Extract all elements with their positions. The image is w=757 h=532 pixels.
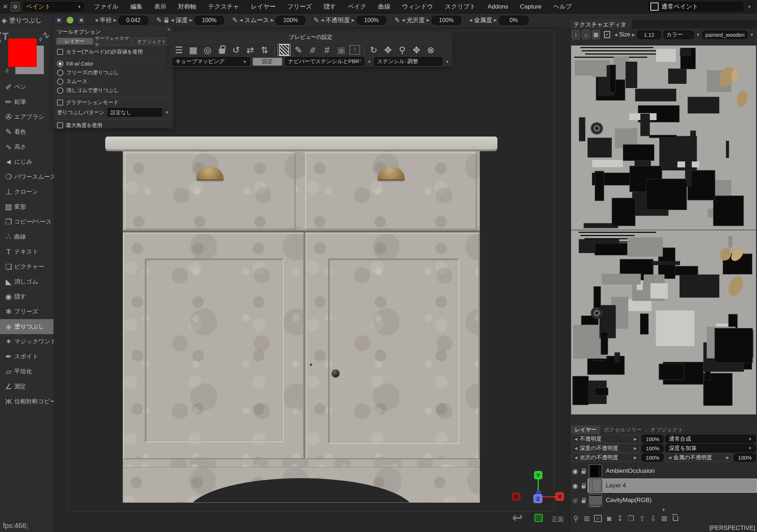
- texture-checkbox[interactable]: ✓: [604, 31, 610, 38]
- menu-item-表示[interactable]: 表示: [154, 2, 167, 11]
- eye-icon[interactable]: ◎: [201, 44, 214, 56]
- tool-item-ペン[interactable]: ✐ペン: [0, 80, 53, 94]
- checkbox-icon[interactable]: [57, 122, 63, 128]
- lock-icon[interactable]: [582, 500, 585, 503]
- tool-item-クローン[interactable]: ⊥クローン: [0, 184, 53, 199]
- texture-select[interactable]: painted_wooden: [702, 30, 748, 39]
- blend-mode-select[interactable]: 通常合成▼: [665, 435, 756, 443]
- undo-arrow-icon[interactable]: ↩: [512, 510, 523, 525]
- home-icon[interactable]: ⌂: [582, 30, 590, 39]
- layer-body[interactable]: Layer 4: [588, 479, 757, 492]
- metal-opacity-stepper[interactable]: ◀金属の不透明度▶: [665, 453, 732, 462]
- menu-item-隠す[interactable]: 隠す: [324, 2, 336, 11]
- left-arrow-icon[interactable]: ◀: [95, 18, 98, 22]
- chevron-down-icon[interactable]: ▼: [165, 110, 169, 114]
- menu-item-Addons[interactable]: Addons: [488, 3, 508, 10]
- sliders-icon[interactable]: ☰: [173, 44, 185, 56]
- clear-layer-icon[interactable]: ⊠: [660, 515, 668, 522]
- tool-item-ピクチャー[interactable]: ❏ピクチャー: [0, 259, 53, 274]
- tool-item-にじみ[interactable]: ◄にじみ: [0, 154, 53, 169]
- pen-pressure-icon[interactable]: ✎: [313, 16, 319, 24]
- model-cabinet[interactable]: [105, 137, 497, 510]
- radio-icon[interactable]: [57, 61, 63, 67]
- tool-item-平坦化[interactable]: ▱平坦化: [0, 364, 53, 379]
- tab-ボクセルツリー[interactable]: ボクセルツリー: [604, 426, 642, 433]
- tool-item-変形[interactable]: ▧変形: [0, 199, 53, 214]
- swap-arrows-icon[interactable]: ⇄: [244, 44, 256, 56]
- save-icon[interactable]: ▣: [335, 44, 347, 56]
- radio-option-フリーズの塗りつぶし[interactable]: フリーズの塗りつぶし: [53, 68, 173, 77]
- add-folder-icon[interactable]: +: [594, 515, 602, 522]
- up-down-arrows-icon[interactable]: ⇅: [259, 44, 271, 56]
- close-icon[interactable]: ✕: [167, 27, 170, 32]
- menu-item-レイヤー[interactable]: レイヤー: [251, 2, 276, 11]
- texture-editor-tab[interactable]: テクスチャエディタ: [570, 20, 631, 29]
- layer-body[interactable]: AmbientOcclusion: [588, 464, 757, 478]
- warped-grid-icon[interactable]: #: [306, 44, 320, 56]
- swap-colors-icon[interactable]: ⇅: [4, 67, 10, 74]
- grid-icon[interactable]: ▦: [187, 44, 199, 56]
- depth-opacity-value[interactable]: 100%: [641, 444, 664, 452]
- duplicate-icon[interactable]: ❐: [627, 515, 635, 522]
- gloss-opacity-stepper[interactable]: ◀光沢の不透明度▶: [571, 453, 640, 462]
- import-icon[interactable]: ↧: [616, 515, 624, 522]
- gloss-opacity-value[interactable]: 100%: [641, 453, 664, 462]
- right-arrow-icon[interactable]: ▶: [426, 18, 429, 22]
- normal-paint-checkbox[interactable]: [650, 2, 659, 11]
- stencil-adjust-select[interactable]: ステンシル: 調整: [374, 57, 443, 66]
- active-color-indicator[interactable]: [67, 17, 73, 24]
- right-arrow-icon[interactable]: ▶: [632, 32, 635, 37]
- tool-item-パワースムース[interactable]: ❍パワースムース: [0, 169, 53, 184]
- right-arrow-icon[interactable]: ▶: [114, 18, 117, 22]
- layer-row-CavityMap(RGB)[interactable]: ◉CavityMap(RGB): [571, 493, 757, 507]
- tab-サーフェイスマテ[interactable]: サーフェイスマテ: [94, 38, 132, 45]
- param-value[interactable]: 100%: [357, 16, 387, 25]
- radio-option-Fill w/ Color[interactable]: Fill w/ Color: [53, 60, 173, 68]
- primary-color-swatch[interactable]: [8, 39, 37, 67]
- cancel-secondary-button[interactable]: ✕: [77, 16, 86, 25]
- mapping-select[interactable]: キューブマッピング ▼: [172, 57, 250, 66]
- tool-item-マジックワンド[interactable]: ✶マジックワンド: [0, 334, 53, 349]
- gradient-mode-option[interactable]: グラデーションモード: [53, 98, 173, 107]
- move-down-icon[interactable]: ⇩: [649, 515, 657, 522]
- tool-item-スポイト[interactable]: ✒スポイト: [0, 349, 53, 364]
- chevron-down-icon[interactable]: ▼: [747, 5, 751, 9]
- left-arrow-icon[interactable]: ◀: [469, 18, 472, 22]
- edit-pen-icon[interactable]: ✎: [292, 44, 305, 56]
- channel-select[interactable]: カラー: [663, 30, 694, 39]
- depth-blend-select[interactable]: 深度を加算▼: [665, 444, 756, 452]
- fill-pattern-select[interactable]: 設定なし: [107, 108, 162, 117]
- tool-item-エアブラシ[interactable]: ✇エアブラシ: [0, 109, 53, 124]
- room-mode-select[interactable]: ペイント ▼: [23, 2, 85, 12]
- radio-icon[interactable]: [57, 87, 63, 94]
- pen-pressure-icon[interactable]: ✎: [394, 16, 400, 24]
- gizmo-y-handle[interactable]: Y: [534, 471, 542, 479]
- document-gear-icon[interactable]: ⚙: [11, 2, 20, 11]
- rotate-ccw-icon[interactable]: ↺: [230, 44, 242, 56]
- tab-オブジェクト[interactable]: オブジェクト: [650, 426, 683, 433]
- gizmo-neg-x-handle[interactable]: [512, 493, 520, 501]
- right-arrow-icon[interactable]: ▶: [271, 18, 273, 22]
- add-layer-icon[interactable]: ⊞: [583, 515, 591, 522]
- lock-icon[interactable]: [164, 20, 168, 23]
- tool-item-測定[interactable]: ∠測定: [0, 379, 53, 394]
- checkbox-icon[interactable]: [57, 49, 63, 55]
- lock-icon[interactable]: [582, 485, 585, 488]
- tool-item-位相対称コピー[interactable]: Ж位相対称コピー: [0, 394, 53, 409]
- grid-icon[interactable]: ▦: [592, 30, 600, 39]
- menu-item-ファイル[interactable]: ファイル: [94, 2, 119, 11]
- right-arrow-icon[interactable]: ▶: [494, 18, 497, 22]
- left-arrow-icon[interactable]: ◀: [402, 18, 405, 22]
- tool-item-コピー/ペースト[interactable]: ❐コピー/ペースト: [0, 214, 53, 229]
- gizmo-z-handle[interactable]: Z: [533, 494, 542, 503]
- move-up-icon[interactable]: ⇧: [638, 515, 646, 522]
- left-arrow-icon[interactable]: ◀: [171, 18, 174, 22]
- menu-item-ヘルプ[interactable]: ヘルプ: [553, 2, 572, 11]
- menu-item-スクリプト[interactable]: スクリプト: [445, 2, 476, 11]
- tool-item-高さ[interactable]: ∿高さ: [0, 139, 53, 154]
- size-stepper[interactable]: ◀ Size ▶: [614, 31, 635, 38]
- tab-レイヤー[interactable]: レイヤー: [56, 38, 93, 45]
- tool-item-隠す[interactable]: ◉隠す: [0, 289, 53, 304]
- cancel-primary-button[interactable]: ✕: [55, 16, 63, 25]
- param-value[interactable]: 0%: [499, 16, 529, 25]
